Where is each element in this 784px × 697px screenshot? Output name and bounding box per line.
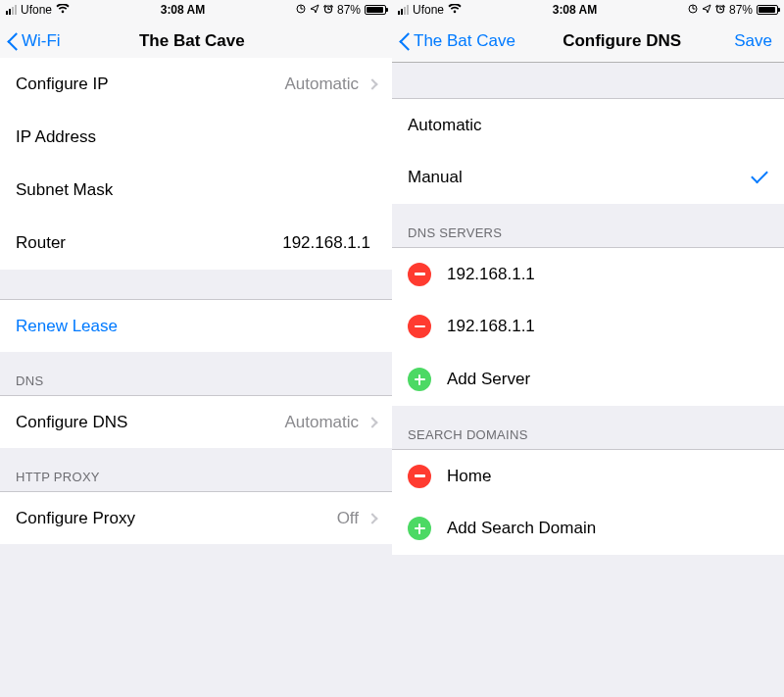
chevron-right-icon	[367, 417, 377, 427]
row-router[interactable]: Router 192.168.1.1	[0, 217, 392, 270]
add-icon[interactable]	[408, 368, 431, 391]
carrier-label: Ufone	[21, 3, 52, 17]
back-label: The Bat Cave	[414, 31, 515, 51]
remove-icon[interactable]	[408, 465, 431, 488]
renew-lease-button: Renew Lease	[16, 317, 376, 336]
lock-icon	[296, 3, 306, 17]
row-add-server[interactable]: Add Server	[392, 353, 784, 406]
nav-bar: The Bat Cave Configure DNS Save	[392, 20, 784, 63]
row-dns-server[interactable]: 192.168.1.1	[392, 247, 784, 300]
row-dns-server[interactable]: 192.168.1.1	[392, 300, 784, 353]
row-search-domain[interactable]: Home	[392, 449, 784, 502]
row-ip-address[interactable]: IP Address	[0, 111, 392, 164]
signal-bars-icon	[398, 5, 409, 15]
chevron-right-icon	[367, 513, 377, 523]
configure-ip-label: Configure IP	[16, 75, 284, 94]
nav-bar: Wi-Fi The Bat Cave	[0, 20, 392, 63]
dns-server-value: 192.168.1.1	[447, 265, 768, 284]
add-search-domain-label: Add Search Domain	[447, 519, 768, 538]
subnet-mask-label: Subnet Mask	[16, 180, 376, 200]
remove-icon[interactable]	[408, 263, 431, 286]
router-value: 192.168.1.1	[282, 233, 370, 253]
remove-icon[interactable]	[408, 315, 431, 338]
status-bar: Ufone 3:08 AM 87%	[392, 0, 784, 20]
location-icon	[310, 3, 319, 17]
configure-dns-value: Automatic	[284, 413, 359, 432]
page-title: Configure DNS	[510, 31, 734, 51]
alarm-icon	[323, 3, 333, 17]
carrier-label: Ufone	[413, 3, 444, 17]
back-button[interactable]: The Bat Cave	[392, 31, 515, 51]
status-time: 3:08 AM	[553, 3, 598, 17]
configure-proxy-value: Off	[337, 509, 359, 528]
status-time: 3:08 AM	[161, 3, 206, 17]
configure-dns-label: Configure DNS	[16, 413, 284, 432]
dns-header: DNS	[0, 352, 392, 395]
search-domain-value: Home	[447, 467, 768, 486]
checkmark-icon	[751, 172, 768, 183]
row-renew-lease[interactable]: Renew Lease	[0, 299, 392, 352]
signal-bars-icon	[6, 5, 17, 15]
add-server-label: Add Server	[447, 370, 768, 389]
wifi-icon	[56, 4, 70, 16]
dns-server-value: 192.168.1.1	[447, 317, 768, 336]
row-configure-ip[interactable]: Configure IP Automatic	[0, 58, 392, 111]
battery-pct: 87%	[337, 3, 361, 17]
row-mode-manual[interactable]: Manual	[392, 151, 784, 204]
router-label: Router	[16, 233, 282, 253]
screen-configure-dns: Ufone 3:08 AM 87% The Bat Cave	[392, 0, 784, 697]
search-domains-header: SEARCH DOMAINS	[392, 406, 784, 449]
screen-wifi-details: Ufone 3:08 AM 87% Wi-Fi Th	[0, 0, 392, 697]
mode-automatic-label: Automatic	[408, 116, 768, 135]
row-configure-proxy[interactable]: Configure Proxy Off	[0, 491, 392, 544]
location-icon	[702, 3, 711, 17]
chevron-right-icon	[367, 78, 377, 89]
mode-manual-label: Manual	[408, 168, 751, 187]
chevron-left-icon	[6, 31, 18, 51]
alarm-icon	[715, 3, 725, 17]
battery-icon	[365, 5, 386, 15]
row-mode-automatic[interactable]: Automatic	[392, 98, 784, 151]
save-button[interactable]: Save	[734, 31, 784, 51]
http-proxy-header: HTTP PROXY	[0, 448, 392, 491]
row-subnet-mask[interactable]: Subnet Mask	[0, 164, 392, 217]
battery-icon	[757, 5, 778, 15]
chevron-left-icon	[398, 31, 410, 51]
dns-servers-header: DNS SERVERS	[392, 204, 784, 247]
wifi-icon	[448, 4, 462, 16]
row-configure-dns[interactable]: Configure DNS Automatic	[0, 395, 392, 448]
status-bar: Ufone 3:08 AM 87%	[0, 0, 392, 20]
configure-ip-value: Automatic	[284, 75, 359, 94]
ip-address-label: IP Address	[16, 127, 376, 147]
row-add-search-domain[interactable]: Add Search Domain	[392, 502, 784, 555]
lock-icon	[688, 3, 698, 17]
page-title: The Bat Cave	[41, 31, 343, 51]
battery-pct: 87%	[729, 3, 753, 17]
add-icon[interactable]	[408, 517, 431, 540]
configure-proxy-label: Configure Proxy	[16, 509, 337, 528]
